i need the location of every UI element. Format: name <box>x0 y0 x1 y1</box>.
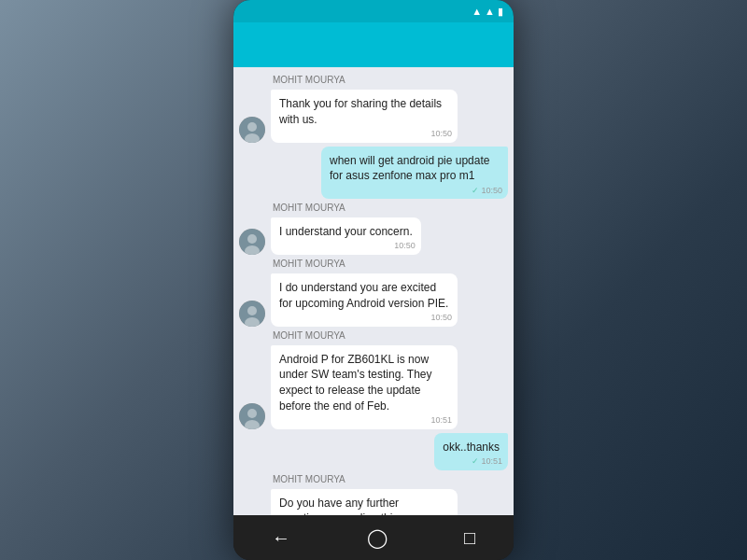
message-text: when will get android pie update for asu… <box>330 154 489 183</box>
phone-frame: ▲ ▲ ▮ MOHIT MOURYA Thank you for sharing… <box>233 0 514 560</box>
message-text: I understand your concern. <box>279 225 413 238</box>
avatar <box>239 301 265 327</box>
sender-label: MOHIT MOURYA <box>273 474 508 484</box>
message-bubble: I understand your concern.10:50 <box>271 217 421 255</box>
message-row: okk..thanks✓10:51 <box>239 433 508 470</box>
sender-label: MOHIT MOURYA <box>273 75 508 85</box>
message-bubble: I do understand you are excited for upco… <box>271 273 458 327</box>
message-time: 10:50 <box>430 128 452 140</box>
message-bubble: when will get android pie update for asu… <box>321 147 508 200</box>
message-time: ✓10:50 <box>472 185 502 197</box>
signal-icon: ▲ <box>472 6 482 17</box>
read-receipt-icon: ✓ <box>472 185 479 197</box>
avatar <box>239 229 265 255</box>
message-bubble: Thank you for sharing the details with u… <box>271 90 458 143</box>
message-text: Do you have any further questions regard… <box>279 497 444 515</box>
svg-point-4 <box>247 234 257 244</box>
read-receipt-icon: ✓ <box>472 455 479 468</box>
message-time: 10:50 <box>430 312 452 324</box>
sender-label: MOHIT MOURYA <box>273 330 508 341</box>
message-row: Do you have any further questions regard… <box>239 489 508 515</box>
battery-icon: ▮ <box>498 6 503 18</box>
chat-area[interactable]: MOHIT MOURYA Thank you for sharing the d… <box>233 67 514 515</box>
home-icon[interactable]: ◯ <box>367 526 388 549</box>
message-time: 10:50 <box>394 240 416 252</box>
sender-label: MOHIT MOURYA <box>273 259 508 269</box>
message-text: okk..thanks <box>443 441 500 454</box>
svg-point-10 <box>247 409 257 418</box>
message-text: Android P for ZB601KL is now under SW te… <box>279 353 431 413</box>
message-row: Android P for ZB601KL is now under SW te… <box>239 345 508 429</box>
bottom-nav: ← ◯ □ <box>233 515 514 560</box>
wifi-icon: ▲ <box>485 6 495 17</box>
message-bubble: okk..thanks✓10:51 <box>434 433 508 470</box>
app-bar <box>233 22 514 67</box>
message-row: I understand your concern.10:50 <box>239 217 508 255</box>
message-text: I do understand you are excited for upco… <box>279 281 448 310</box>
message-row: when will get android pie update for asu… <box>239 147 508 200</box>
avatar <box>239 403 265 429</box>
message-bubble: Do you have any further questions regard… <box>271 489 458 515</box>
svg-point-7 <box>247 306 257 315</box>
svg-point-1 <box>247 122 257 132</box>
sender-label: MOHIT MOURYA <box>273 203 508 213</box>
message-bubble: Android P for ZB601KL is now under SW te… <box>271 345 458 429</box>
message-time: 10:51 <box>430 414 452 427</box>
status-right: ▲ ▲ ▮ <box>469 6 506 18</box>
message-text: Thank you for sharing the details with u… <box>279 97 442 126</box>
avatar <box>239 117 265 143</box>
back-icon[interactable]: ← <box>272 527 290 549</box>
status-bar: ▲ ▲ ▮ <box>233 0 514 22</box>
recents-icon[interactable]: □ <box>464 527 475 549</box>
message-row: I do understand you are excited for upco… <box>239 273 508 327</box>
message-row: Thank you for sharing the details with u… <box>239 90 508 143</box>
message-time: ✓10:51 <box>472 455 502 468</box>
